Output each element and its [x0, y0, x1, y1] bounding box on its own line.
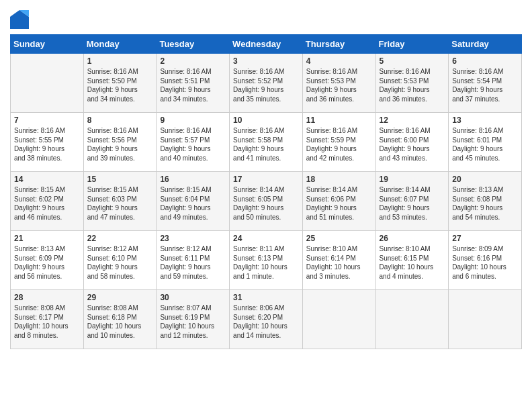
day-cell: 29Sunrise: 8:08 AM Sunset: 6:18 PM Dayli… — [83, 290, 157, 349]
day-info: Sunrise: 8:14 AM Sunset: 6:05 PM Dayligh… — [233, 185, 299, 222]
day-cell: 26Sunrise: 8:10 AM Sunset: 6:15 PM Dayli… — [375, 231, 449, 290]
day-number: 22 — [87, 234, 153, 243]
day-cell — [375, 290, 449, 349]
day-info: Sunrise: 8:10 AM Sunset: 6:15 PM Dayligh… — [380, 244, 445, 281]
day-info: Sunrise: 8:13 AM Sunset: 6:08 PM Dayligh… — [452, 185, 518, 222]
day-info: Sunrise: 8:14 AM Sunset: 6:06 PM Dayligh… — [306, 185, 372, 222]
day-cell: 16Sunrise: 8:15 AM Sunset: 6:04 PM Dayli… — [157, 172, 230, 231]
header-cell-thursday: Thursday — [302, 35, 375, 54]
week-row-3: 14Sunrise: 8:15 AM Sunset: 6:02 PM Dayli… — [11, 172, 522, 231]
day-cell: 19Sunrise: 8:14 AM Sunset: 6:07 PM Dayli… — [375, 172, 449, 231]
day-info: Sunrise: 8:06 AM Sunset: 6:20 PM Dayligh… — [233, 304, 299, 340]
day-cell — [11, 54, 84, 113]
day-cell: 27Sunrise: 8:09 AM Sunset: 6:16 PM Dayli… — [449, 231, 522, 290]
page-header — [10, 7, 522, 29]
day-cell — [302, 290, 375, 349]
day-number: 14 — [14, 175, 80, 184]
day-number: 10 — [233, 116, 299, 125]
day-cell: 4Sunrise: 8:16 AM Sunset: 5:53 PM Daylig… — [302, 54, 375, 113]
day-number: 20 — [452, 175, 518, 184]
day-cell: 13Sunrise: 8:16 AM Sunset: 6:01 PM Dayli… — [449, 113, 522, 172]
day-info: Sunrise: 8:08 AM Sunset: 6:17 PM Dayligh… — [14, 304, 80, 340]
day-info: Sunrise: 8:11 AM Sunset: 6:13 PM Dayligh… — [233, 244, 299, 281]
day-cell: 9Sunrise: 8:16 AM Sunset: 5:57 PM Daylig… — [157, 113, 230, 172]
day-cell: 23Sunrise: 8:12 AM Sunset: 6:11 PM Dayli… — [157, 231, 230, 290]
day-cell: 30Sunrise: 8:07 AM Sunset: 6:19 PM Dayli… — [157, 290, 230, 349]
day-number: 31 — [233, 293, 299, 302]
header-cell-wednesday: Wednesday — [230, 35, 303, 54]
day-info: Sunrise: 8:13 AM Sunset: 6:09 PM Dayligh… — [14, 244, 80, 281]
day-cell: 10Sunrise: 8:16 AM Sunset: 5:58 PM Dayli… — [230, 113, 303, 172]
day-number: 21 — [14, 234, 80, 243]
day-number: 8 — [87, 116, 153, 125]
day-info: Sunrise: 8:15 AM Sunset: 6:04 PM Dayligh… — [160, 185, 226, 222]
day-info: Sunrise: 8:09 AM Sunset: 6:16 PM Dayligh… — [452, 244, 518, 281]
day-info: Sunrise: 8:14 AM Sunset: 6:07 PM Dayligh… — [380, 185, 445, 222]
header-cell-saturday: Saturday — [449, 35, 522, 54]
day-number: 28 — [14, 293, 80, 302]
day-number: 7 — [14, 116, 80, 125]
day-number: 15 — [87, 175, 153, 184]
day-info: Sunrise: 8:16 AM Sunset: 5:56 PM Dayligh… — [87, 126, 153, 163]
week-row-4: 21Sunrise: 8:13 AM Sunset: 6:09 PM Dayli… — [11, 231, 522, 290]
day-number: 30 — [160, 293, 226, 302]
day-number: 16 — [160, 175, 226, 184]
day-info: Sunrise: 8:16 AM Sunset: 5:50 PM Dayligh… — [87, 67, 153, 103]
logo-icon — [10, 10, 29, 29]
day-number: 1 — [87, 56, 153, 66]
day-number: 19 — [380, 175, 445, 184]
day-cell: 31Sunrise: 8:06 AM Sunset: 6:20 PM Dayli… — [230, 290, 303, 349]
day-cell: 6Sunrise: 8:16 AM Sunset: 5:54 PM Daylig… — [449, 54, 522, 113]
day-info: Sunrise: 8:16 AM Sunset: 5:59 PM Dayligh… — [306, 126, 372, 163]
header-row: SundayMondayTuesdayWednesdayThursdayFrid… — [11, 35, 522, 54]
header-cell-tuesday: Tuesday — [157, 35, 230, 54]
day-info: Sunrise: 8:16 AM Sunset: 5:54 PM Dayligh… — [452, 67, 518, 103]
day-cell: 15Sunrise: 8:15 AM Sunset: 6:03 PM Dayli… — [83, 172, 157, 231]
day-info: Sunrise: 8:16 AM Sunset: 6:01 PM Dayligh… — [452, 126, 518, 163]
week-row-5: 28Sunrise: 8:08 AM Sunset: 6:17 PM Dayli… — [11, 290, 522, 349]
header-cell-monday: Monday — [83, 35, 157, 54]
day-info: Sunrise: 8:16 AM Sunset: 5:53 PM Dayligh… — [380, 67, 445, 103]
logo — [10, 10, 32, 29]
day-number: 12 — [380, 116, 445, 125]
day-number: 13 — [452, 116, 518, 125]
day-info: Sunrise: 8:12 AM Sunset: 6:11 PM Dayligh… — [160, 244, 226, 281]
day-info: Sunrise: 8:16 AM Sunset: 5:57 PM Dayligh… — [160, 126, 226, 163]
day-info: Sunrise: 8:16 AM Sunset: 5:52 PM Dayligh… — [233, 67, 299, 103]
day-number: 23 — [160, 234, 226, 243]
day-number: 26 — [380, 234, 445, 243]
day-cell: 11Sunrise: 8:16 AM Sunset: 5:59 PM Dayli… — [302, 113, 375, 172]
day-info: Sunrise: 8:16 AM Sunset: 5:55 PM Dayligh… — [14, 126, 80, 163]
day-number: 3 — [233, 56, 299, 66]
day-number: 24 — [233, 234, 299, 243]
day-cell: 25Sunrise: 8:10 AM Sunset: 6:14 PM Dayli… — [302, 231, 375, 290]
day-number: 9 — [160, 116, 226, 125]
day-cell: 18Sunrise: 8:14 AM Sunset: 6:06 PM Dayli… — [302, 172, 375, 231]
day-cell: 7Sunrise: 8:16 AM Sunset: 5:55 PM Daylig… — [11, 113, 84, 172]
day-cell: 24Sunrise: 8:11 AM Sunset: 6:13 PM Dayli… — [230, 231, 303, 290]
day-cell — [449, 290, 522, 349]
day-info: Sunrise: 8:16 AM Sunset: 6:00 PM Dayligh… — [380, 126, 445, 163]
day-info: Sunrise: 8:10 AM Sunset: 6:14 PM Dayligh… — [306, 244, 372, 281]
day-cell: 28Sunrise: 8:08 AM Sunset: 6:17 PM Dayli… — [11, 290, 84, 349]
day-cell: 14Sunrise: 8:15 AM Sunset: 6:02 PM Dayli… — [11, 172, 84, 231]
day-number: 2 — [160, 56, 226, 66]
day-cell: 17Sunrise: 8:14 AM Sunset: 6:05 PM Dayli… — [230, 172, 303, 231]
day-cell: 2Sunrise: 8:16 AM Sunset: 5:51 PM Daylig… — [157, 54, 230, 113]
day-number: 25 — [306, 234, 372, 243]
day-info: Sunrise: 8:07 AM Sunset: 6:19 PM Dayligh… — [160, 304, 226, 340]
day-info: Sunrise: 8:16 AM Sunset: 5:58 PM Dayligh… — [233, 126, 299, 163]
day-info: Sunrise: 8:16 AM Sunset: 5:53 PM Dayligh… — [306, 67, 372, 103]
day-cell: 5Sunrise: 8:16 AM Sunset: 5:53 PM Daylig… — [375, 54, 449, 113]
day-number: 6 — [452, 56, 518, 66]
day-number: 4 — [306, 56, 372, 66]
day-cell: 3Sunrise: 8:16 AM Sunset: 5:52 PM Daylig… — [230, 54, 303, 113]
calendar-table: SundayMondayTuesdayWednesdayThursdayFrid… — [10, 34, 522, 349]
day-number: 11 — [306, 116, 372, 125]
header-cell-sunday: Sunday — [11, 35, 84, 54]
day-cell: 12Sunrise: 8:16 AM Sunset: 6:00 PM Dayli… — [375, 113, 449, 172]
day-info: Sunrise: 8:08 AM Sunset: 6:18 PM Dayligh… — [87, 304, 153, 340]
day-cell: 20Sunrise: 8:13 AM Sunset: 6:08 PM Dayli… — [449, 172, 522, 231]
day-number: 17 — [233, 175, 299, 184]
day-number: 27 — [452, 234, 518, 243]
